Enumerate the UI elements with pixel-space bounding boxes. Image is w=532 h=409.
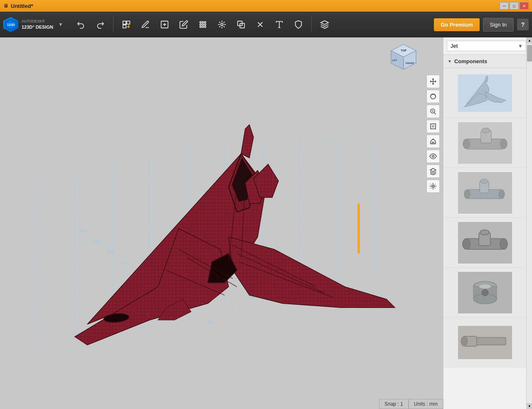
svg-point-12	[204, 24, 206, 25]
fit-tool-button[interactable]	[426, 120, 440, 133]
logo-area: 123D AUTODESK® 123D° DESIGN ▼	[3, 17, 70, 32]
sketch-icon	[141, 20, 150, 29]
divider-1	[113, 16, 113, 33]
primitives-button[interactable]	[157, 17, 172, 32]
view-cube[interactable]: TOP LFT FRONT	[389, 42, 418, 71]
svg-point-70	[433, 186, 433, 187]
scroll-track[interactable]	[527, 43, 532, 403]
view-cube-svg: TOP LFT FRONT	[389, 42, 418, 71]
right-panel: Jet ▼ ▼ Components	[443, 37, 532, 409]
svg-point-99	[482, 289, 488, 296]
snap-status: Snap : 1	[379, 399, 409, 409]
components-section-header: ▼ Components	[443, 55, 526, 68]
pattern-button[interactable]	[195, 17, 211, 32]
svg-point-85	[464, 190, 470, 199]
zoom-tool-button[interactable]	[426, 105, 440, 118]
component-thumbnail-3	[458, 172, 512, 214]
svg-point-68	[432, 155, 434, 158]
scroll-thumb[interactable]	[527, 45, 532, 62]
component-item-3[interactable]	[443, 168, 526, 218]
svg-point-98	[479, 284, 491, 289]
component-item-5[interactable]	[443, 268, 526, 318]
snap-settings-button[interactable]	[426, 180, 440, 193]
home-icon	[429, 138, 437, 145]
modify-icon	[179, 20, 188, 29]
materials-button[interactable]	[317, 17, 332, 32]
jet-3d-model	[33, 104, 407, 395]
svg-text:TOP: TOP	[401, 49, 407, 52]
measure-icon	[294, 20, 303, 29]
undo-icon	[76, 20, 86, 29]
layers-button[interactable]	[426, 165, 440, 178]
premium-button[interactable]: Go Premium	[434, 18, 479, 31]
close-button[interactable]: ✕	[520, 2, 529, 10]
redo-icon	[96, 20, 105, 29]
svg-point-81	[482, 128, 490, 133]
svg-point-13	[200, 26, 202, 28]
subtract-button[interactable]	[252, 17, 268, 32]
scroll-up-button[interactable]: ▲	[527, 37, 532, 43]
main-toolbar: 123D AUTODESK® 123D° DESIGN ▼	[0, 12, 532, 37]
component-item-4[interactable]	[443, 218, 526, 268]
logo-svg: 123D	[3, 17, 18, 32]
logo-dropdown-arrow[interactable]: ▼	[58, 22, 63, 27]
svg-marker-44	[241, 125, 254, 158]
component-thumbnail-2	[458, 122, 512, 164]
components-label: Components	[454, 58, 487, 64]
svg-point-80	[500, 139, 507, 149]
main-content: 250 225 200 175 150 50 75 100	[0, 37, 532, 409]
modify-button[interactable]	[176, 17, 192, 32]
subtract-icon	[256, 20, 265, 29]
components-sidebar: Jet ▼ ▼ Components	[443, 37, 526, 409]
layers-icon	[429, 168, 437, 175]
snap-tool-button[interactable]	[214, 17, 230, 32]
svg-point-92	[500, 239, 507, 249]
visibility-button[interactable]	[426, 150, 440, 163]
fit-icon	[429, 123, 437, 130]
sketch-tool-button[interactable]	[138, 17, 153, 32]
svg-point-93	[480, 230, 489, 235]
pattern-icon	[198, 20, 207, 29]
toolbar-right: Go Premium Sign In ?	[434, 18, 529, 32]
select-tool-button[interactable]	[118, 17, 134, 32]
svg-point-9	[204, 22, 206, 23]
pan-tool-button[interactable]	[426, 75, 440, 88]
svg-point-16	[221, 23, 223, 26]
zoom-icon	[429, 108, 437, 115]
snap-icon	[217, 20, 227, 29]
product-name: 123D° DESIGN	[22, 24, 53, 30]
measure-button[interactable]	[291, 17, 306, 32]
signin-button[interactable]: Sign In	[483, 18, 514, 32]
redo-button[interactable]	[92, 17, 108, 32]
orbit-tool-button[interactable]	[426, 90, 440, 103]
text-icon	[275, 20, 284, 29]
component-thumbnail-5	[458, 272, 512, 313]
model-dropdown[interactable]: Jet	[447, 41, 526, 51]
sidebar-header: Jet ▼	[443, 37, 526, 55]
title-bar-left: 🖥 Untitled*	[3, 3, 33, 9]
viewport[interactable]: 250 225 200 175 150 50 75 100	[0, 37, 443, 409]
help-button[interactable]: ?	[517, 19, 529, 30]
svg-point-15	[204, 26, 206, 28]
svg-text:FRONT: FRONT	[406, 62, 414, 64]
units-status: Units : mm	[409, 399, 443, 409]
primitives-icon	[160, 20, 169, 29]
undo-button[interactable]	[73, 17, 89, 32]
component-item-6[interactable]	[443, 318, 526, 367]
divider-2	[311, 16, 312, 33]
title-bar: 🖥 Untitled* ─ □ ✕	[0, 0, 532, 12]
component-item-2[interactable]	[443, 118, 526, 168]
collapse-arrow-icon[interactable]: ▼	[448, 59, 452, 64]
component-item-1[interactable]	[443, 68, 526, 118]
svg-text:123D: 123D	[7, 23, 15, 27]
boolean-button[interactable]	[233, 17, 249, 32]
autodesk-logo-icon: 123D	[3, 17, 18, 32]
maximize-button[interactable]: □	[510, 2, 519, 10]
minimize-button[interactable]: ─	[500, 2, 509, 10]
materials-icon	[320, 20, 329, 29]
svg-point-10	[200, 24, 202, 25]
home-view-button[interactable]	[426, 135, 440, 148]
text-button[interactable]	[271, 17, 287, 32]
scroll-down-button[interactable]: ▼	[527, 403, 532, 409]
component-thumbnail-6	[458, 326, 512, 359]
